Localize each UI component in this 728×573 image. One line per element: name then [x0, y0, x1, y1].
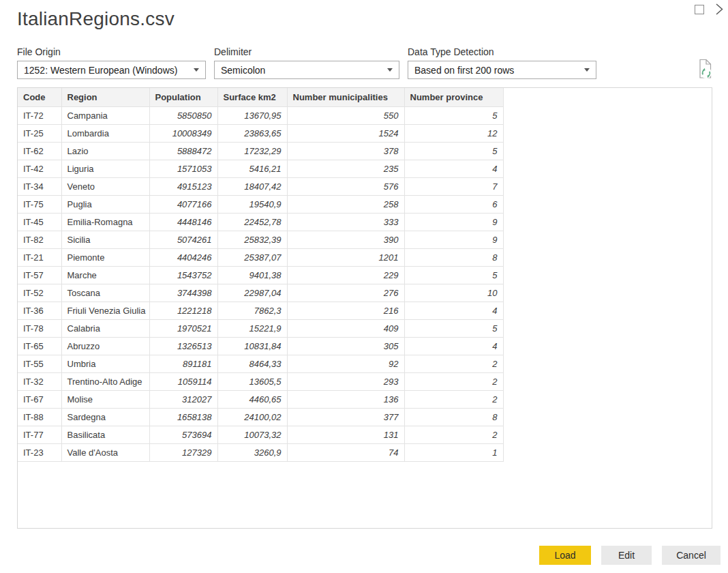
cell-surface: 5416,21	[217, 160, 287, 177]
column-header-code: Code	[18, 88, 61, 106]
file-origin-dropdown[interactable]: 1252: Western European (Windows)	[17, 61, 206, 79]
maximize-icon[interactable]	[695, 5, 704, 14]
cell-code: IT-75	[18, 195, 61, 213]
cell-region: Campania	[61, 106, 149, 124]
cell-provinces: 5	[404, 319, 503, 337]
cell-municipalities: 276	[287, 284, 404, 302]
column-header-provinces: Number province	[404, 88, 503, 106]
cell-surface: 25832,39	[217, 231, 287, 248]
titlebar-icons	[695, 3, 724, 16]
controls-row: File Origin 1252: Western European (Wind…	[17, 46, 728, 79]
cell-code: IT-21	[18, 248, 61, 266]
cell-surface: 19540,9	[217, 195, 287, 213]
table-header-row: Code Region Population Surface km2 Numbe…	[18, 88, 503, 106]
table-row: IT-45 Emilia-Romagna 4448146 22452,78 33…	[18, 213, 503, 231]
table-row: IT-55 Umbria 891181 8464,33 92 2	[18, 355, 503, 372]
cell-region: Trentino-Alto Adige	[61, 372, 149, 390]
edit-button[interactable]: Edit	[601, 546, 652, 565]
cell-provinces: 2	[404, 372, 503, 390]
cell-municipalities: 576	[287, 177, 404, 195]
cell-provinces: 2	[404, 390, 503, 408]
cell-municipalities: 258	[287, 195, 404, 213]
file-refresh-icon	[697, 59, 714, 79]
cell-region: Basilicata	[61, 426, 149, 443]
cell-population: 1658138	[149, 408, 217, 426]
cell-provinces: 5	[404, 142, 503, 160]
refresh-preview-icon[interactable]	[697, 59, 714, 79]
load-button[interactable]: Load	[539, 546, 591, 565]
cell-provinces: 2	[404, 426, 503, 443]
table-row: IT-34 Veneto 4915123 18407,42 576 7	[18, 177, 503, 195]
cell-population: 312027	[149, 390, 217, 408]
cell-region: Sardegna	[61, 408, 149, 426]
cell-code: IT-72	[18, 106, 61, 124]
cell-surface: 25387,07	[217, 248, 287, 266]
cell-code: IT-36	[18, 302, 61, 319]
cell-population: 1571053	[149, 160, 217, 177]
cell-municipalities: 377	[287, 408, 404, 426]
column-header-surface: Surface km2	[217, 88, 287, 106]
cell-surface: 8464,33	[217, 355, 287, 372]
cell-population: 1543752	[149, 266, 217, 284]
cell-code: IT-42	[18, 160, 61, 177]
cell-municipalities: 378	[287, 142, 404, 160]
table-row: IT-57 Marche 1543752 9401,38 229 5	[18, 266, 503, 284]
table-row: IT-72 Campania 5850850 13670,95 550 5	[18, 106, 503, 124]
cell-region: Puglia	[61, 195, 149, 213]
cell-population: 573694	[149, 426, 217, 443]
cell-code: IT-67	[18, 390, 61, 408]
cell-region: Piemonte	[61, 248, 149, 266]
cell-region: Toscana	[61, 284, 149, 302]
column-header-population: Population	[149, 88, 217, 106]
cell-surface: 17232,29	[217, 142, 287, 160]
cell-provinces: 7	[404, 177, 503, 195]
preview-table-body: IT-72 Campania 5850850 13670,95 550 5 IT…	[18, 106, 503, 461]
chevron-right-icon[interactable]	[715, 3, 724, 16]
column-header-region: Region	[61, 88, 149, 106]
table-row: IT-32 Trentino-Alto Adige 1059114 13605,…	[18, 372, 503, 390]
cell-municipalities: 409	[287, 319, 404, 337]
cell-population: 1970521	[149, 319, 217, 337]
file-origin-label: File Origin	[17, 46, 206, 57]
cell-code: IT-82	[18, 231, 61, 248]
cell-municipalities: 131	[287, 426, 404, 443]
chevron-down-icon	[194, 68, 199, 72]
cell-population: 4077166	[149, 195, 217, 213]
cell-provinces: 4	[404, 337, 503, 355]
cell-provinces: 5	[404, 266, 503, 284]
cell-surface: 4460,65	[217, 390, 287, 408]
preview-table: Code Region Population Surface km2 Numbe…	[18, 88, 504, 462]
cell-population: 5074261	[149, 231, 217, 248]
cell-provinces: 8	[404, 248, 503, 266]
cell-region: Abruzzo	[61, 337, 149, 355]
table-row: IT-62 Lazio 5888472 17232,29 378 5	[18, 142, 503, 160]
data-preview-panel: Code Region Population Surface km2 Numbe…	[17, 87, 712, 529]
cell-code: IT-34	[18, 177, 61, 195]
cell-provinces: 9	[404, 231, 503, 248]
cell-provinces: 9	[404, 213, 503, 231]
cell-region: Friuli Venezia Giulia	[61, 302, 149, 319]
cell-region: Molise	[61, 390, 149, 408]
cell-code: IT-62	[18, 142, 61, 160]
table-row: IT-36 Friuli Venezia Giulia 1221218 7862…	[18, 302, 503, 319]
cell-region: Marche	[61, 266, 149, 284]
cell-surface: 3260,9	[217, 443, 287, 461]
cell-population: 3744398	[149, 284, 217, 302]
cell-region: Sicilia	[61, 231, 149, 248]
delimiter-dropdown[interactable]: Semicolon	[214, 61, 399, 79]
cell-surface: 10073,32	[217, 426, 287, 443]
cell-surface: 10831,84	[217, 337, 287, 355]
cell-population: 5850850	[149, 106, 217, 124]
table-row: IT-77 Basilicata 573694 10073,32 131 2	[18, 426, 503, 443]
data-type-detection-dropdown[interactable]: Based on first 200 rows	[408, 61, 596, 79]
file-origin-control: File Origin 1252: Western European (Wind…	[17, 46, 206, 79]
cancel-button[interactable]: Cancel	[662, 546, 721, 565]
chevron-down-icon	[387, 68, 393, 72]
cell-municipalities: 216	[287, 302, 404, 319]
cell-region: Calabria	[61, 319, 149, 337]
cell-population: 127329	[149, 443, 217, 461]
cell-provinces: 8	[404, 408, 503, 426]
cell-region: Liguria	[61, 160, 149, 177]
cell-surface: 23863,65	[217, 124, 287, 142]
cell-provinces: 2	[404, 355, 503, 372]
